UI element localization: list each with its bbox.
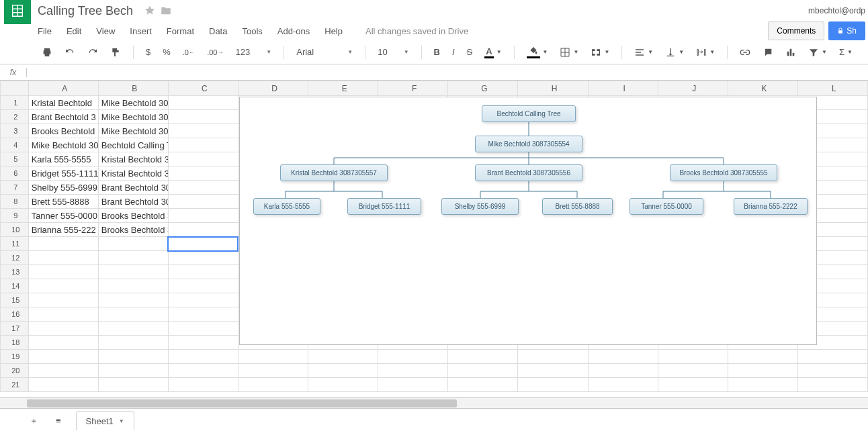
cell-B1[interactable]: Mike Bechtold 3087305554 [98, 96, 168, 110]
cell-F19[interactable] [378, 350, 448, 364]
menu-edit[interactable]: Edit [67, 26, 81, 36]
cell-C18[interactable] [168, 336, 238, 350]
cell-J19[interactable] [658, 350, 728, 364]
insert-link-icon[interactable] [736, 44, 754, 60]
undo-icon[interactable] [60, 44, 79, 60]
cell-L21[interactable] [797, 378, 867, 392]
cell-I19[interactable] [588, 350, 658, 364]
row-header[interactable]: 14 [1, 279, 29, 293]
all-sheets-button[interactable]: ≡ [53, 413, 64, 428]
cell-C10[interactable] [168, 223, 238, 237]
cell-B11[interactable] [98, 237, 168, 251]
cell-C3[interactable] [168, 124, 238, 138]
filter-icon[interactable]: ▼ [804, 44, 831, 60]
vertical-align-button[interactable]: ▼ [661, 44, 688, 60]
select-all-corner[interactable] [1, 81, 29, 96]
insert-chart-icon[interactable] [781, 44, 800, 60]
cell-E20[interactable] [308, 364, 378, 378]
font-size-select[interactable]: 10▼ [374, 46, 413, 58]
row-header[interactable]: 17 [1, 322, 29, 336]
menu-data[interactable]: Data [209, 26, 227, 36]
comments-button[interactable]: Comments [768, 21, 824, 40]
cell-B10[interactable]: Brooks Bechtold 3087305555 [98, 223, 168, 237]
cell-A7[interactable]: Shelby 555-6999 [28, 181, 98, 195]
cell-C1[interactable] [168, 96, 238, 110]
row-header[interactable]: 1 [1, 96, 29, 110]
cell-E19[interactable] [308, 350, 378, 364]
star-icon[interactable] [144, 5, 156, 17]
cell-I20[interactable] [588, 364, 658, 378]
cell-J21[interactable] [658, 378, 728, 392]
row-header[interactable]: 13 [1, 265, 29, 279]
cell-C9[interactable] [168, 209, 238, 223]
row-header[interactable]: 18 [1, 336, 29, 350]
cell-B13[interactable] [98, 265, 168, 279]
row-header[interactable]: 20 [1, 364, 29, 378]
cell-B7[interactable]: Brant Bechtold 3087305556 [98, 181, 168, 195]
menu-view[interactable]: View [96, 26, 115, 36]
cell-B14[interactable] [98, 279, 168, 293]
add-sheet-button[interactable]: ＋ [27, 412, 41, 430]
sheets-app-icon[interactable] [4, 0, 31, 24]
cell-B9[interactable]: Brooks Bechtold 3087305555 [98, 209, 168, 223]
col-header-C[interactable]: C [168, 81, 238, 96]
fill-color-button[interactable]: ▼ [523, 43, 552, 62]
menu-help[interactable]: Help [324, 26, 343, 36]
cell-L19[interactable] [797, 350, 867, 364]
cell-B2[interactable]: Mike Bechtold 3087305554 [98, 110, 168, 124]
cell-A11[interactable] [28, 237, 98, 251]
cell-J20[interactable] [658, 364, 728, 378]
cell-C14[interactable] [168, 279, 238, 293]
cell-C6[interactable] [168, 166, 238, 181]
cell-A8[interactable]: Brett 555-8888 [28, 195, 98, 209]
cell-A10[interactable]: Brianna 555-222 [28, 223, 98, 237]
cell-B4[interactable]: Bechtold Calling Tree [98, 138, 168, 152]
cell-A6[interactable]: Bridget 555-1111 [28, 166, 98, 181]
cell-E21[interactable] [308, 378, 378, 392]
row-header[interactable]: 11 [1, 237, 29, 251]
strikethrough-button[interactable]: S [463, 44, 477, 60]
paint-format-icon[interactable] [106, 44, 125, 60]
cell-C7[interactable] [168, 181, 238, 195]
cell-C19[interactable] [168, 350, 238, 364]
menu-file[interactable]: File [38, 26, 52, 36]
menu-addons[interactable]: Add-ons [277, 26, 310, 36]
italic-button[interactable]: I [448, 44, 459, 60]
format-percent[interactable]: % [159, 44, 175, 60]
cell-C11[interactable] [168, 237, 238, 251]
cell-L20[interactable] [797, 364, 867, 378]
cell-A9[interactable]: Tanner 555-0000 [28, 209, 98, 223]
row-header[interactable]: 15 [1, 293, 29, 307]
cell-B19[interactable] [98, 350, 168, 364]
more-formats[interactable]: 123▼ [232, 46, 276, 58]
cell-B16[interactable] [98, 307, 168, 322]
row-header[interactable]: 4 [1, 138, 29, 152]
cell-I21[interactable] [588, 378, 658, 392]
menu-insert[interactable]: Insert [130, 26, 152, 36]
cell-C21[interactable] [168, 378, 238, 392]
row-header[interactable]: 10 [1, 223, 29, 237]
cell-A16[interactable] [28, 307, 98, 322]
col-header-D[interactable]: D [238, 81, 308, 96]
cell-A5[interactable]: Karla 555-5555 [28, 152, 98, 166]
cell-A3[interactable]: Brooks Bechtold [28, 124, 98, 138]
cell-C20[interactable] [168, 364, 238, 378]
insert-comment-icon[interactable] [758, 44, 777, 60]
cell-C5[interactable] [168, 152, 238, 166]
cell-A21[interactable] [28, 378, 98, 392]
cell-D21[interactable] [238, 378, 308, 392]
cell-A18[interactable] [28, 336, 98, 350]
cell-G20[interactable] [448, 364, 518, 378]
scrollbar-thumb[interactable] [27, 399, 457, 407]
cell-B18[interactable] [98, 336, 168, 350]
cell-K19[interactable] [728, 350, 797, 364]
cell-C12[interactable] [168, 251, 238, 265]
row-header[interactable]: 6 [1, 166, 29, 181]
cell-F20[interactable] [378, 364, 448, 378]
col-header-I[interactable]: I [588, 81, 658, 96]
cell-C13[interactable] [168, 265, 238, 279]
cell-B12[interactable] [98, 251, 168, 265]
print-icon[interactable] [38, 44, 56, 60]
col-header-F[interactable]: F [378, 81, 448, 96]
col-header-A[interactable]: A [28, 81, 98, 96]
